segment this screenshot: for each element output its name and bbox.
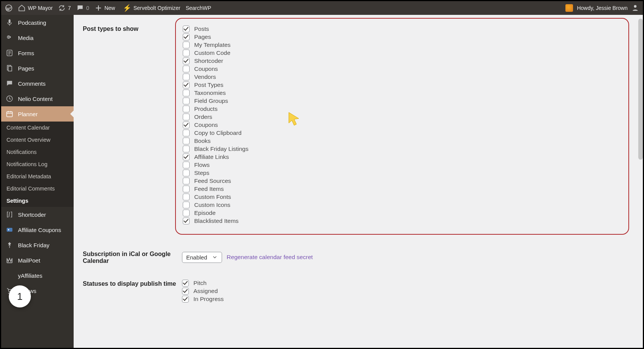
- svg-rect-2: [9, 19, 11, 23]
- checkbox-row: Coupons: [183, 66, 621, 72]
- howdy-link[interactable]: Howdy, Jessie Brown: [577, 5, 628, 11]
- checkbox-in-progress[interactable]: [182, 296, 189, 303]
- post-types-highlight: PostsPagesMy TemplatesCustom CodeShortco…: [175, 18, 629, 235]
- checkbox-blacklisted-items[interactable]: [183, 218, 190, 224]
- checkbox-row: Post Types: [183, 82, 621, 88]
- user-icon[interactable]: [631, 4, 639, 13]
- checkbox-row: Custom Code: [183, 50, 621, 56]
- checkbox-label: My Templates: [194, 42, 230, 48]
- subscription-selected: Enabled: [186, 254, 207, 261]
- checkbox-row: Affiliate Links: [183, 154, 621, 160]
- checkbox-label: Black Friday Listings: [194, 146, 248, 152]
- checkbox-black-friday-listings[interactable]: [183, 146, 190, 152]
- checkbox-pitch[interactable]: [182, 280, 189, 287]
- wp-logo[interactable]: [5, 4, 13, 12]
- submenu-item-editorial-metadata[interactable]: Editorial Metadata: [1, 170, 74, 183]
- sidebar-item-affiliate-coupons[interactable]: Affiliate Coupons: [1, 222, 74, 237]
- searchwp-link[interactable]: SearchWP: [186, 5, 211, 11]
- checkbox-shortcoder[interactable]: [183, 58, 190, 64]
- checkbox-post-types[interactable]: [183, 82, 190, 88]
- checkbox-copy-to-clipboard[interactable]: [183, 130, 190, 136]
- statuses-label: Statuses to display publish time: [83, 280, 182, 304]
- sidebar-item-planner[interactable]: Planner: [1, 106, 74, 122]
- checkbox-row: Field Groups: [183, 98, 621, 104]
- checkbox-label: Shortcoder: [194, 58, 223, 64]
- checkbox-row: Posts: [183, 26, 621, 32]
- sidebar-item-comments[interactable]: Comments: [1, 76, 74, 91]
- avatar-icon[interactable]: [565, 4, 573, 12]
- checkbox-custom-icons[interactable]: [183, 202, 190, 208]
- submenu-item-notifications-log[interactable]: Notifications Log: [1, 158, 74, 170]
- sidebar-label: Nelio Content: [18, 96, 53, 102]
- svg-point-1: [634, 5, 637, 8]
- checkbox-label: Custom Icons: [194, 202, 230, 208]
- submenu-item-editorial-comments[interactable]: Editorial Comments: [1, 183, 74, 195]
- subscription-select[interactable]: Enabled: [182, 252, 222, 263]
- checkbox-row: Vendors: [183, 74, 621, 80]
- checkbox-row: Steps: [183, 170, 621, 176]
- checkbox-custom-code[interactable]: [183, 50, 190, 56]
- sidebar-item-forms[interactable]: Forms: [1, 45, 74, 61]
- checkbox-label: Posts: [194, 26, 209, 32]
- checkbox-row: Custom Fonts: [183, 194, 621, 200]
- regenerate-link[interactable]: Regenerate calendar feed secret: [227, 254, 313, 261]
- submenu-item-notifications[interactable]: Notifications: [1, 146, 74, 158]
- checkbox-flows[interactable]: [183, 162, 190, 168]
- checkbox-row: Taxonomies: [183, 90, 621, 96]
- checkbox-books[interactable]: [183, 138, 190, 144]
- checkbox-assigned[interactable]: [182, 288, 189, 295]
- servebolt-link[interactable]: ⚡Servebolt Optimizer: [123, 4, 180, 12]
- sidebar-label: Planner: [18, 111, 38, 117]
- checkbox-row: Copy to Clipboard: [183, 130, 621, 136]
- sidebar-item-nelio-content[interactable]: Nelio Content: [1, 91, 74, 106]
- chevron-down-icon: [212, 254, 218, 260]
- checkbox-episode[interactable]: [183, 210, 190, 216]
- checkbox-posts[interactable]: [183, 26, 190, 32]
- checkbox-label: Vendors: [194, 74, 216, 80]
- sidebar-item-podcasting[interactable]: Podcasting: [1, 15, 74, 30]
- checkbox-row: Pages: [183, 34, 621, 40]
- submenu-item-content-overview[interactable]: Content Overview: [1, 134, 74, 146]
- updates-link[interactable]: 7: [58, 4, 71, 12]
- checkbox-coupons[interactable]: [183, 66, 190, 72]
- sidebar-item-shortcoder[interactable]: Shortcoder: [1, 207, 74, 222]
- sidebar-item-media[interactable]: Media: [1, 30, 74, 45]
- checkbox-custom-fonts[interactable]: [183, 194, 190, 200]
- checkbox-label: Affiliate Links: [194, 154, 229, 160]
- checkbox-feed-items[interactable]: [183, 186, 190, 192]
- checkbox-row: Pitch: [182, 280, 629, 287]
- checkbox-taxonomies[interactable]: [183, 90, 190, 96]
- sidebar-item-pages[interactable]: Pages: [1, 61, 74, 76]
- checkbox-field-groups[interactable]: [183, 98, 190, 104]
- checkbox-steps[interactable]: [183, 170, 190, 176]
- site-name-link[interactable]: WP Mayor: [18, 4, 53, 12]
- sidebar-label: Podcasting: [18, 19, 46, 26]
- checkbox-coupons[interactable]: [183, 122, 190, 128]
- comments-link[interactable]: 0: [76, 4, 89, 12]
- submenu-item-settings[interactable]: Settings: [1, 195, 74, 207]
- comments-count: 0: [86, 5, 89, 11]
- checkbox-label: Coupons: [194, 66, 218, 72]
- checkbox-label: Copy to Clipboard: [194, 130, 242, 136]
- submenu-item-content-calendar[interactable]: Content Calendar: [1, 122, 74, 134]
- checkbox-row: Black Friday Listings: [183, 146, 621, 152]
- sidebar-item-black-friday[interactable]: Black Friday: [1, 237, 74, 253]
- checkbox-vendors[interactable]: [183, 74, 190, 80]
- sidebar-item-yaffiliates[interactable]: yAffiliates: [1, 268, 74, 283]
- checkbox-products[interactable]: [183, 106, 190, 112]
- checkbox-label: Taxonomies: [194, 90, 226, 96]
- checkbox-pages[interactable]: [183, 34, 190, 40]
- svg-rect-9: [7, 228, 13, 232]
- checkbox-affiliate-links[interactable]: [183, 154, 190, 160]
- checkbox-orders[interactable]: [183, 114, 190, 120]
- checkbox-label: Feed Sources: [194, 178, 231, 184]
- checkbox-feed-sources[interactable]: [183, 178, 190, 184]
- checkbox-label: Custom Fonts: [194, 194, 231, 200]
- scrollbar[interactable]: [638, 19, 643, 160]
- searchwp-label: SearchWP: [186, 5, 211, 11]
- checkbox-label: Products: [194, 106, 217, 112]
- new-content-link[interactable]: New: [95, 4, 115, 12]
- checkbox-my-templates[interactable]: [183, 42, 190, 48]
- sidebar-item-mailpoet[interactable]: MailPoet: [1, 253, 74, 268]
- sidebar-label: Forms: [18, 50, 34, 56]
